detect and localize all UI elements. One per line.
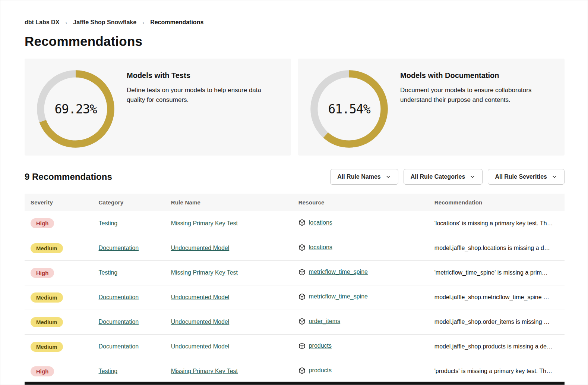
breadcrumb-current: Recommendations <box>150 19 203 26</box>
table-row: Medium Documentation Undocumented Model <box>25 285 565 310</box>
severity-badge: High <box>31 268 54 278</box>
category-link[interactable]: Documentation <box>99 319 139 325</box>
resource-link[interactable]: locations <box>309 219 332 226</box>
resource-cell: products <box>293 359 429 384</box>
documentation-card-description: Document your models to ensure collabora… <box>400 85 553 105</box>
metric-cards: 69.23% Models with Tests Define tests on… <box>25 59 565 156</box>
rule-categories-filter-dropdown[interactable]: All Rule Categories <box>404 169 483 185</box>
severity-badge: Medium <box>31 292 63 303</box>
resource-link[interactable]: locations <box>309 244 332 251</box>
rule-name-cell: Undocumented Model <box>165 310 293 334</box>
documentation-percentage: 61.54% <box>309 69 389 149</box>
rule-name-link[interactable]: Undocumented Model <box>171 343 230 350</box>
rule-name-link[interactable]: Undocumented Model <box>171 319 230 325</box>
category-link[interactable]: Testing <box>99 220 118 226</box>
severity-badge: Medium <box>31 342 63 352</box>
list-header: 9 Recommendations All Rule Names All Rul… <box>25 169 565 185</box>
category-link[interactable]: Testing <box>99 269 118 276</box>
recommendations-count: 9 Recommendations <box>25 172 112 182</box>
recommendation-text: model.jaffle_shop.order_items is missing… <box>429 310 565 334</box>
category-link[interactable]: Documentation <box>99 343 139 350</box>
column-header-rule-name: Rule Name <box>165 194 293 211</box>
resource-cell: products <box>293 334 429 359</box>
recommendations-page: dbt Labs DX › Jaffle Shop Snowflake › Re… <box>0 0 588 385</box>
severity-cell: Medium <box>25 310 93 334</box>
model-cube-icon <box>298 219 306 226</box>
category-cell: Testing <box>93 260 165 285</box>
severity-cell: High <box>25 211 93 236</box>
resource-cell: locations <box>293 236 429 260</box>
rule-name-link[interactable]: Missing Primary Key Test <box>171 220 238 226</box>
severity-cell: High <box>25 359 93 384</box>
table-row: Medium Documentation Undocumented Model <box>25 310 565 334</box>
recommendation-text: model.jaffle_shop.metricflow_time_spine … <box>429 285 565 310</box>
rule-name-cell: Undocumented Model <box>165 285 293 310</box>
category-cell: Documentation <box>93 334 165 359</box>
rule-severities-filter-dropdown[interactable]: All Rule Severities <box>488 169 565 185</box>
rule-name-link[interactable]: Missing Primary Key Test <box>171 368 238 374</box>
tests-donut-chart: 69.23% <box>36 69 116 149</box>
breadcrumb-dbt-labs-dx[interactable]: dbt Labs DX <box>25 19 59 26</box>
resource-link[interactable]: order_items <box>309 318 340 325</box>
breadcrumb: dbt Labs DX › Jaffle Shop Snowflake › Re… <box>25 19 565 26</box>
chevron-down-icon <box>385 174 391 180</box>
table-header-row: Severity Category Rule Name Resource Rec… <box>25 194 565 211</box>
resource-link[interactable]: products <box>309 342 332 349</box>
model-cube-icon <box>298 318 306 325</box>
model-cube-icon <box>298 367 306 374</box>
resource-link[interactable]: products <box>309 367 332 374</box>
page-title: Recommendations <box>25 34 565 49</box>
rule-name-cell: Missing Primary Key Test <box>165 211 293 236</box>
recommendation-text: 'metricflow_time_spine' is missing a pri… <box>429 260 565 285</box>
column-header-resource: Resource <box>293 194 429 211</box>
rule-name-link[interactable]: Missing Primary Key Test <box>171 269 238 276</box>
category-cell: Testing <box>93 359 165 384</box>
filter-label: All Rule Severities <box>495 173 547 180</box>
resource-link[interactable]: metricflow_time_spine <box>309 269 368 275</box>
rule-names-filter-dropdown[interactable]: All Rule Names <box>330 169 398 185</box>
resource-cell: order_items <box>293 310 429 334</box>
table-row: High Testing Missing Primary Key Test <box>25 260 565 285</box>
category-link[interactable]: Documentation <box>99 245 139 251</box>
table-row: High Testing Missing Primary Key Test <box>25 211 565 236</box>
tests-card-description: Define tests on your models to help ensu… <box>127 85 280 105</box>
resource-link[interactable]: metricflow_time_spine <box>309 293 368 300</box>
resource-cell: metricflow_time_spine <box>293 285 429 310</box>
card-text: Models with Tests Define tests on your m… <box>127 69 280 105</box>
resource-cell: locations <box>293 211 429 236</box>
severity-cell: Medium <box>25 285 93 310</box>
table-row: Medium Documentation Undocumented Model <box>25 236 565 260</box>
tests-percentage: 69.23% <box>36 69 116 149</box>
chevron-right-icon: › <box>65 19 67 26</box>
recommendation-text: model.jaffle_shop.locations is missing a… <box>429 236 565 260</box>
severity-badge: High <box>31 366 54 376</box>
category-cell: Testing <box>93 211 165 236</box>
filter-label: All Rule Names <box>337 173 380 180</box>
resource-cell: metricflow_time_spine <box>293 260 429 285</box>
rule-name-cell: Missing Primary Key Test <box>165 359 293 384</box>
column-header-category: Category <box>93 194 165 211</box>
documentation-donut-chart: 61.54% <box>309 69 389 149</box>
category-cell: Documentation <box>93 310 165 334</box>
filters: All Rule Names All Rule Categories All R… <box>330 169 565 185</box>
model-cube-icon <box>298 342 306 350</box>
recommendation-text: 'locations' is missing a primary key tes… <box>429 211 565 236</box>
breadcrumb-jaffle-shop-snowflake[interactable]: Jaffle Shop Snowflake <box>73 19 136 26</box>
category-link[interactable]: Testing <box>99 368 118 374</box>
chevron-down-icon <box>551 174 557 180</box>
severity-cell: Medium <box>25 334 93 359</box>
partial-bottom-element <box>25 382 565 385</box>
rule-name-link[interactable]: Undocumented Model <box>171 294 230 300</box>
card-text: Models with Documentation Document your … <box>400 69 553 105</box>
rule-name-link[interactable]: Undocumented Model <box>171 245 230 251</box>
recommendations-table: Severity Category Rule Name Resource Rec… <box>25 194 565 384</box>
recommendation-text: 'products' is missing a primary key test… <box>429 359 565 384</box>
model-cube-icon <box>298 269 306 276</box>
severity-badge: High <box>31 218 54 228</box>
column-header-recommendation: Recommendation <box>429 194 565 211</box>
severity-cell: Medium <box>25 236 93 260</box>
category-link[interactable]: Documentation <box>99 294 139 300</box>
column-header-severity: Severity <box>25 194 93 211</box>
page-content: dbt Labs DX › Jaffle Shop Snowflake › Re… <box>0 0 588 384</box>
recommendation-text: model.jaffle_shop.products is missing a … <box>429 334 565 359</box>
